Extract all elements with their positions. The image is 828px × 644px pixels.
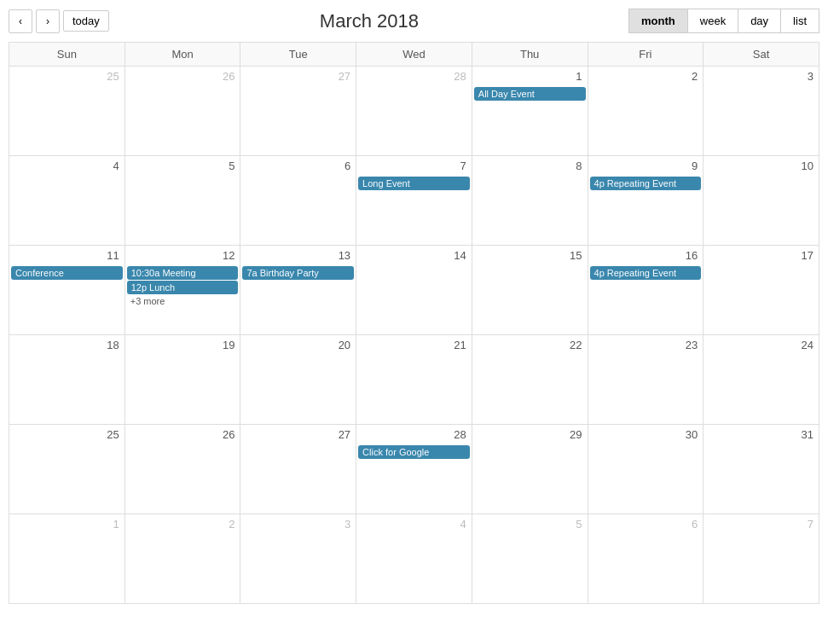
prev-button[interactable]: ‹ bbox=[9, 9, 32, 33]
view-buttons: month week day list bbox=[629, 9, 819, 33]
calendar-day-cell[interactable]: 14 bbox=[356, 246, 472, 335]
today-button[interactable]: today bbox=[63, 10, 109, 32]
calendar-day-cell[interactable]: 28 bbox=[356, 67, 472, 156]
calendar-event[interactable]: Click for Google bbox=[358, 445, 470, 459]
calendar-event[interactable]: 4p Repeating Event bbox=[590, 177, 702, 190]
day-number: 5 bbox=[127, 158, 239, 176]
calendar-event[interactable]: 7a Birthday Party bbox=[242, 266, 354, 280]
day-number: 4 bbox=[11, 158, 123, 176]
calendar-day-cell[interactable]: 7Long Event bbox=[356, 156, 472, 246]
calendar-day-cell[interactable]: 1All Day Event bbox=[472, 67, 588, 156]
calendar-day-cell[interactable]: 19 bbox=[124, 335, 240, 425]
calendar-event[interactable]: 12p Lunch bbox=[127, 281, 239, 294]
view-week-button[interactable]: week bbox=[687, 9, 738, 33]
calendar-day-cell[interactable]: 1210:30a Meeting12p Lunch+3 more bbox=[124, 246, 240, 335]
day-number: 23 bbox=[590, 337, 702, 355]
calendar-day-cell[interactable]: 164p Repeating Event bbox=[588, 246, 704, 335]
day-number: 26 bbox=[127, 426, 239, 444]
day-number: 25 bbox=[11, 68, 123, 86]
day-number: 1 bbox=[11, 516, 123, 534]
calendar-event[interactable]: 4p Repeating Event bbox=[590, 266, 702, 280]
header-sun: Sun bbox=[9, 43, 125, 67]
day-number: 16 bbox=[590, 247, 702, 265]
calendar-day-cell[interactable]: 17 bbox=[704, 246, 819, 335]
day-number: 30 bbox=[590, 426, 702, 444]
day-number: 3 bbox=[242, 516, 354, 534]
calendar-day-cell[interactable]: 10 bbox=[704, 156, 819, 246]
calendar-week-row: 18192021222324 bbox=[9, 335, 819, 425]
calendar-day-cell[interactable]: 2 bbox=[124, 514, 240, 604]
calendar-day-cell[interactable]: 1 bbox=[9, 514, 125, 604]
calendar-day-cell[interactable]: 25 bbox=[9, 425, 125, 514]
day-number: 1 bbox=[474, 68, 586, 86]
day-number: 26 bbox=[127, 68, 239, 86]
calendar-day-cell[interactable]: 24 bbox=[704, 335, 819, 425]
more-events-link[interactable]: +3 more bbox=[127, 295, 239, 307]
day-number: 18 bbox=[11, 337, 123, 355]
view-list-button[interactable]: list bbox=[780, 9, 819, 33]
calendar-day-cell[interactable]: 22 bbox=[472, 335, 588, 425]
calendar-event[interactable]: Long Event bbox=[358, 177, 470, 190]
day-number: 19 bbox=[127, 337, 239, 355]
calendar-day-cell[interactable]: 6 bbox=[240, 156, 356, 246]
calendar-day-cell[interactable]: 4 bbox=[9, 156, 125, 246]
calendar-day-cell[interactable]: 23 bbox=[588, 335, 704, 425]
next-button[interactable]: › bbox=[36, 9, 60, 33]
calendar-day-cell[interactable]: 28Click for Google bbox=[356, 425, 472, 514]
calendar-day-cell[interactable]: 26 bbox=[124, 67, 240, 156]
calendar-day-cell[interactable]: 4 bbox=[356, 514, 472, 604]
calendar-day-cell[interactable]: 27 bbox=[240, 67, 356, 156]
calendar-day-cell[interactable]: 3 bbox=[240, 514, 356, 604]
calendar-day-cell[interactable]: 8 bbox=[472, 156, 588, 246]
calendar-day-cell[interactable]: 11Conference bbox=[9, 246, 125, 335]
day-number: 6 bbox=[242, 158, 354, 176]
calendar-week-row: 252627281All Day Event23 bbox=[9, 67, 819, 156]
day-number: 8 bbox=[474, 158, 586, 176]
calendar-day-cell[interactable]: 21 bbox=[356, 335, 472, 425]
day-number: 14 bbox=[358, 247, 470, 265]
day-number: 7 bbox=[705, 516, 817, 534]
calendar-day-cell[interactable]: 3 bbox=[704, 67, 819, 156]
calendar-title: March 2018 bbox=[320, 10, 419, 32]
day-number: 27 bbox=[242, 68, 354, 86]
header-tue: Tue bbox=[240, 43, 356, 67]
calendar-day-cell[interactable]: 2 bbox=[588, 67, 704, 156]
calendar-week-row: 1234567 bbox=[9, 514, 819, 604]
calendar-day-cell[interactable]: 30 bbox=[588, 425, 704, 514]
calendar-day-cell[interactable]: 27 bbox=[240, 425, 356, 514]
day-number: 24 bbox=[705, 337, 817, 355]
day-number: 20 bbox=[242, 337, 354, 355]
calendar-day-cell[interactable]: 15 bbox=[472, 246, 588, 335]
day-number: 2 bbox=[127, 516, 239, 534]
day-number: 28 bbox=[358, 68, 470, 86]
calendar-day-cell[interactable]: 137a Birthday Party bbox=[240, 246, 356, 335]
day-number: 22 bbox=[474, 337, 586, 355]
calendar-day-cell[interactable]: 7 bbox=[704, 514, 819, 604]
day-number: 4 bbox=[358, 516, 470, 534]
day-number: 5 bbox=[474, 516, 586, 534]
calendar-event[interactable]: 10:30a Meeting bbox=[127, 266, 239, 280]
calendar-day-cell[interactable]: 94p Repeating Event bbox=[588, 156, 704, 246]
calendar-day-cell[interactable]: 6 bbox=[588, 514, 704, 604]
view-month-button[interactable]: month bbox=[628, 9, 688, 33]
calendar-day-cell[interactable]: 5 bbox=[124, 156, 240, 246]
calendar-day-cell[interactable]: 25 bbox=[9, 67, 125, 156]
day-number: 29 bbox=[474, 426, 586, 444]
view-day-button[interactable]: day bbox=[738, 9, 781, 33]
day-number: 2 bbox=[590, 68, 702, 86]
calendar-day-cell[interactable]: 31 bbox=[704, 425, 819, 514]
day-number: 11 bbox=[11, 247, 123, 265]
day-number: 12 bbox=[127, 247, 239, 265]
day-number: 27 bbox=[242, 426, 354, 444]
calendar-event[interactable]: Conference bbox=[11, 266, 123, 280]
calendar-week-row: 25262728Click for Google293031 bbox=[9, 425, 819, 514]
calendar-day-cell[interactable]: 18 bbox=[9, 335, 125, 425]
day-number: 28 bbox=[358, 426, 470, 444]
header-sat: Sat bbox=[704, 43, 819, 67]
calendar-event[interactable]: All Day Event bbox=[474, 87, 586, 101]
calendar-day-cell[interactable]: 5 bbox=[472, 514, 588, 604]
calendar-day-cell[interactable]: 29 bbox=[472, 425, 588, 514]
calendar-day-cell[interactable]: 26 bbox=[124, 425, 240, 514]
calendar-day-cell[interactable]: 20 bbox=[240, 335, 356, 425]
day-header-row: Sun Mon Tue Wed Thu Fri Sat bbox=[9, 43, 819, 67]
